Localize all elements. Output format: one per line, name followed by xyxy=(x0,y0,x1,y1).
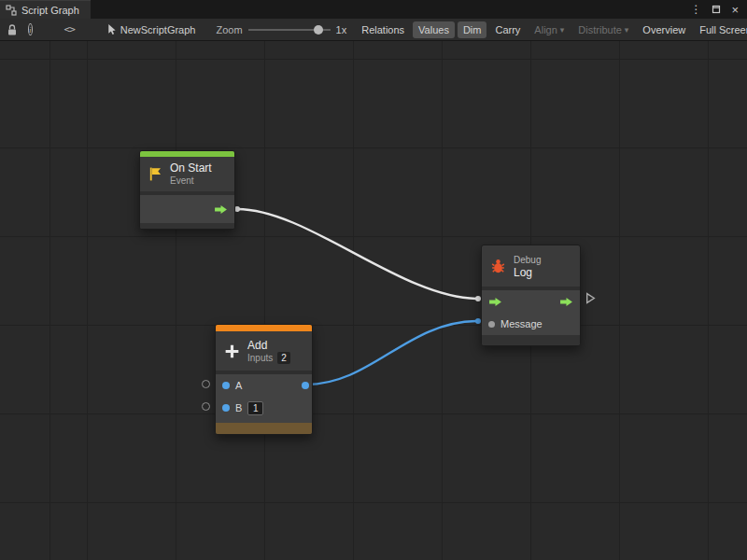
message-port-row: Message xyxy=(482,313,580,335)
flow-output-port[interactable] xyxy=(559,297,573,307)
distribute-label: Distribute xyxy=(578,24,621,35)
debug-log-header: Debug Log xyxy=(482,245,580,287)
relations-button[interactable]: Relations xyxy=(356,21,410,38)
graph-pointer-icon xyxy=(106,23,117,35)
plus-icon xyxy=(223,343,241,360)
node-title: Add xyxy=(247,339,290,352)
bug-icon xyxy=(489,258,507,275)
selection-strip xyxy=(216,325,312,331)
input-port-a[interactable] xyxy=(222,382,230,389)
flow-ports-row xyxy=(482,290,580,313)
script-graph-window: Script Graph ⋮ × i <> xyxy=(0,0,747,560)
values-button[interactable]: Values xyxy=(413,21,455,38)
info-icon[interactable]: i xyxy=(28,23,33,35)
tab-script-graph[interactable]: Script Graph xyxy=(0,0,91,19)
add-header: Add Inputs 2 xyxy=(216,331,312,371)
flow-continuation-triangle-icon xyxy=(585,292,596,304)
fullscreen-button[interactable]: Full Screen xyxy=(694,21,747,38)
titlebar: Script Graph ⋮ × xyxy=(0,0,747,19)
wire-value-add-to-message[interactable] xyxy=(303,318,481,387)
on-start-header: On Start Event xyxy=(140,157,234,191)
port-b-label: B xyxy=(235,402,242,413)
zoom-slider[interactable] xyxy=(248,23,331,36)
flow-input-port[interactable] xyxy=(488,297,502,307)
zoom-value: 1x xyxy=(336,24,347,35)
lock-icon[interactable] xyxy=(6,23,19,36)
flag-icon xyxy=(148,166,163,182)
port-row-b: B xyxy=(216,397,312,419)
align-button[interactable]: Align ▾ xyxy=(529,21,570,38)
wire-flow-onstart-to-log[interactable] xyxy=(234,206,481,301)
node-footer xyxy=(140,223,234,229)
unconnected-port-b[interactable] xyxy=(202,402,210,411)
flow-output-port[interactable] xyxy=(214,204,228,215)
toolbar-buttons: Relations Values Dim Carry Align ▾ Distr… xyxy=(356,21,747,38)
maximize-icon[interactable] xyxy=(712,5,721,14)
graph-name-label: NewScriptGraph xyxy=(120,24,196,35)
node-add[interactable]: Add Inputs 2 A B xyxy=(215,324,313,435)
carry-button[interactable]: Carry xyxy=(489,21,526,38)
node-subtitle: Inputs xyxy=(247,352,273,364)
unconnected-port-a[interactable] xyxy=(202,380,210,388)
zoom-slider-handle[interactable] xyxy=(314,25,323,35)
input-port-b[interactable] xyxy=(222,404,230,412)
node-subtitle: Event xyxy=(170,175,212,187)
menu-kebab-icon[interactable]: ⋮ xyxy=(690,3,701,16)
zoom-label: Zoom xyxy=(216,24,242,35)
trigger-output-row xyxy=(140,195,234,223)
node-footer-selected xyxy=(216,423,312,434)
inputs-count-badge: 2 xyxy=(277,352,290,364)
dim-button[interactable]: Dim xyxy=(458,21,487,38)
node-footer xyxy=(482,335,580,345)
tab-label: Script Graph xyxy=(21,5,79,16)
port-b-value-field[interactable] xyxy=(247,401,263,415)
node-title: Log xyxy=(514,266,541,279)
port-a-label: A xyxy=(235,380,242,391)
close-icon[interactable]: × xyxy=(731,3,739,17)
graph-canvas[interactable]: On Start Event xyxy=(0,41,747,560)
overview-button[interactable]: Overview xyxy=(637,21,691,38)
wires-layer xyxy=(0,41,747,560)
script-graph-icon xyxy=(6,5,17,16)
graph-breadcrumb[interactable]: NewScriptGraph xyxy=(106,23,196,35)
message-input-port[interactable] xyxy=(488,321,495,328)
code-icon[interactable]: <> xyxy=(64,23,75,35)
chevron-down-icon: ▾ xyxy=(560,25,565,35)
node-debug-log[interactable]: Debug Log Message xyxy=(481,245,581,346)
port-row-a: A xyxy=(216,374,312,397)
message-port-label: Message xyxy=(500,318,543,329)
toolbar: i <> NewScriptGraph Zoom 1x Relations Va… xyxy=(0,19,747,41)
node-on-start[interactable]: On Start Event xyxy=(139,150,235,230)
sum-output-port[interactable] xyxy=(302,382,309,389)
window-controls: ⋮ × xyxy=(690,0,747,19)
align-label: Align xyxy=(534,24,557,35)
chevron-down-icon: ▾ xyxy=(625,25,629,35)
node-title: On Start xyxy=(170,161,212,175)
node-category: Debug xyxy=(514,254,541,266)
distribute-button[interactable]: Distribute ▾ xyxy=(572,21,634,38)
